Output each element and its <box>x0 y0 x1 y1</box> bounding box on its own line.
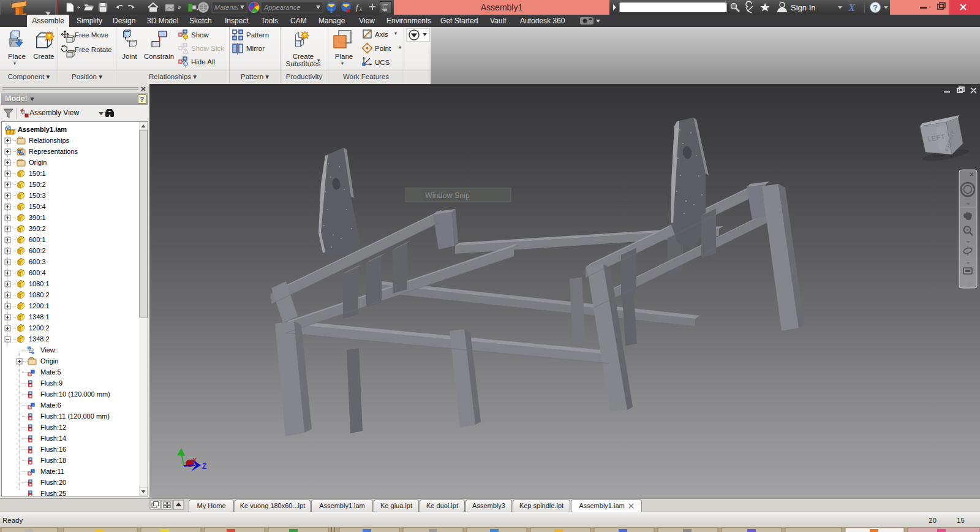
svg-text:!: ! <box>185 49 186 53</box>
svg-text:X: X <box>848 2 856 13</box>
svg-text:?: ? <box>873 3 878 12</box>
svg-text:Window Snip: Window Snip <box>425 191 470 200</box>
svg-text:x: x <box>359 6 362 12</box>
svg-text:Z: Z <box>202 462 206 471</box>
svg-text:Material: Material <box>214 4 239 11</box>
svg-text:?: ? <box>140 96 145 103</box>
svg-text:Sign In: Sign In <box>791 3 815 12</box>
svg-text:Appearance: Appearance <box>263 4 300 11</box>
